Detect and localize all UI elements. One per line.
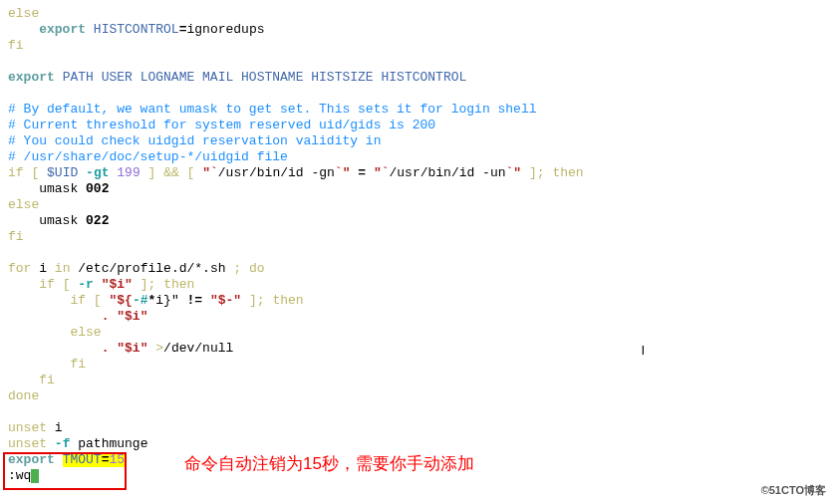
kw-export: export	[39, 22, 86, 37]
comment: # Current threshold for system reserved …	[8, 118, 435, 132]
kw-for: for	[8, 261, 31, 276]
code-block: else export HISTCONTROL=ignoredups fi ex…	[8, 6, 826, 484]
kw-fi: fi	[8, 229, 24, 244]
kw-fi: fi	[39, 373, 55, 387]
var: HISTCONTROL	[94, 22, 179, 37]
kw-fi: fi	[8, 38, 24, 53]
kw-export: export	[8, 452, 55, 467]
kw-if: if	[39, 277, 55, 292]
kw-export: export	[8, 70, 55, 85]
kw-unset: unset	[8, 420, 47, 435]
comment: # By default, we want umask to get set. …	[8, 102, 537, 117]
kw-else: else	[8, 6, 39, 21]
watermark: ©51CTO博客	[761, 482, 826, 498]
tmout-var: TMOUT	[63, 452, 102, 467]
kw-if: if	[8, 165, 24, 180]
comment: # You could check uidgid reservation val…	[8, 133, 381, 148]
comment: # /usr/share/doc/setup-*/uidgid file	[8, 149, 288, 164]
kw-done: done	[8, 388, 39, 403]
kw-fi: fi	[70, 357, 86, 372]
cursor-icon	[31, 469, 39, 483]
annotation-text: 命令自动注销为15秒，需要你手动添加	[184, 456, 474, 472]
vars: PATH USER LOGNAME MAIL HOSTNAME HISTSIZE…	[63, 70, 467, 85]
kw-if: if	[70, 293, 86, 308]
kw-else: else	[70, 325, 101, 340]
kw-unset: unset	[8, 436, 47, 451]
text-cursor-icon: I	[641, 343, 645, 359]
vim-command: :wq	[8, 468, 31, 483]
kw-else: else	[8, 197, 39, 212]
